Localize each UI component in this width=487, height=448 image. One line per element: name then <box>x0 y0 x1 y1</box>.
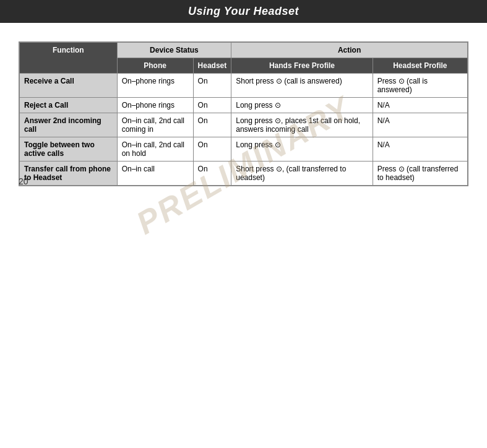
cell-hands-free-profile: Short press ⊙ (call is answered) <box>231 74 373 98</box>
cell-phone: On–phone rings <box>117 98 193 113</box>
cell-hands-free-profile: Short press ⊙, (call transferred to uead… <box>231 162 373 186</box>
cell-function: Answer 2nd incoming call <box>20 113 118 137</box>
cell-headset: On <box>193 162 231 186</box>
cell-phone: On–in call, 2nd call coming in <box>117 113 193 137</box>
cell-function: Receive a Call <box>20 74 118 98</box>
cell-headset: On <box>193 74 231 98</box>
table-row: Reject a CallOn–phone ringsOnLong press … <box>20 98 468 113</box>
page-title: Using Your Headset <box>188 5 299 17</box>
col-header-headset: Headset <box>193 58 231 74</box>
cell-headset-profile: N/A <box>373 137 467 162</box>
table-row: Transfer call from phone to HeadsetOn–in… <box>20 162 468 186</box>
table-row: Answer 2nd incoming callOn–in call, 2nd … <box>20 113 468 137</box>
cell-hands-free-profile: Long press ⊙ <box>231 98 373 113</box>
cell-headset-profile: Press ⊙ (call transferred to headset) <box>373 162 467 186</box>
cell-function: Toggle between two active calls <box>20 137 118 162</box>
cell-headset: On <box>193 137 231 162</box>
headset-table: Function Device Status Action Phone Head… <box>19 42 468 186</box>
cell-headset-profile: Press ⊙ (call is answered) <box>373 74 467 98</box>
cell-headset: On <box>193 98 231 113</box>
group-header-action: Action <box>231 43 468 58</box>
cell-headset-profile: N/A <box>373 98 467 113</box>
page-title-bar: Using Your Headset <box>0 0 487 23</box>
col-header-hands-free-profile: Hands Free Profile <box>231 58 373 74</box>
cell-phone: On–in call, 2nd call on hold <box>117 137 193 162</box>
cell-hands-free-profile: Long press ⊙, places 1st call on hold, a… <box>231 113 373 137</box>
cell-function: Transfer call from phone to Headset <box>20 162 118 186</box>
page-number: 20 <box>19 176 28 186</box>
cell-headset-profile: N/A <box>373 113 467 137</box>
group-header-device-status: Device Status <box>117 43 231 58</box>
col-header-headset-profile: Headset Profile <box>373 58 467 74</box>
cell-hands-free-profile: Long press ⊙ <box>231 137 373 162</box>
cell-function: Reject a Call <box>20 98 118 113</box>
cell-phone: On–in call <box>117 162 193 186</box>
table-row: Toggle between two active callsOn–in cal… <box>20 137 468 162</box>
cell-phone: On–phone rings <box>117 74 193 98</box>
col-header-phone: Phone <box>117 58 193 74</box>
table-row: Receive a CallOn–phone ringsOnShort pres… <box>20 74 468 98</box>
cell-headset: On <box>193 113 231 137</box>
col-header-function: Function <box>20 43 118 74</box>
main-table-wrapper: Function Device Status Action Phone Head… <box>19 41 468 186</box>
